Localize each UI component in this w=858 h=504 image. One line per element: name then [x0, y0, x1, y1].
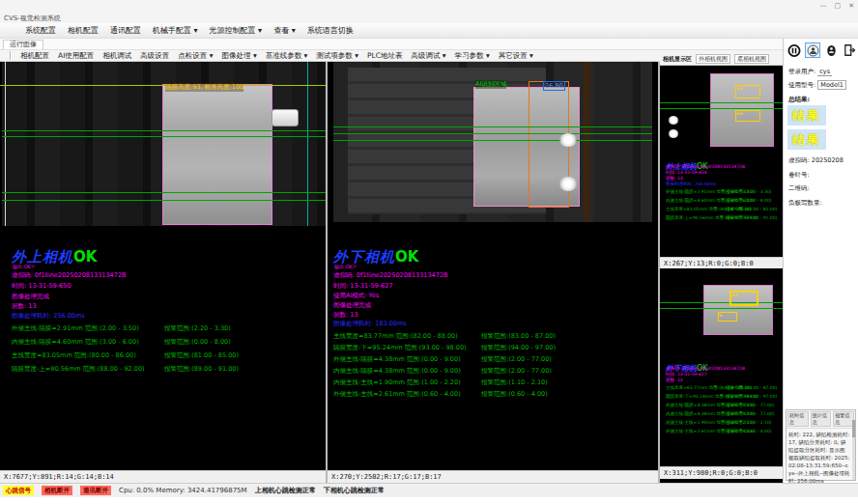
- mini1-defect-box: ≡≡: [735, 85, 760, 98]
- heartbeat-badge[interactable]: 心跳信号: [3, 486, 34, 495]
- close-icon[interactable]: ✕: [848, 2, 854, 10]
- measurement-row: 主线宽度=83.05mm 范围:(80.00 - 86.00)报警范围:(81.…: [12, 351, 321, 365]
- left-barcode: 虚拟码: 0f1liine2025020813313472B: [12, 271, 126, 280]
- toolbar-item[interactable]: 其它设置 ▾: [499, 51, 533, 61]
- side-buttons: [786, 42, 857, 58]
- title-bar: — ▢ ✕: [0, 0, 858, 23]
- toolbar-item[interactable]: 高级设置: [140, 51, 169, 61]
- menu-item[interactable]: 通讯配置: [110, 25, 141, 36]
- virtual-code-label: 虚拟码:: [788, 156, 810, 164]
- total-result-label: 总结果:: [788, 96, 810, 104]
- model-field: 使用型号: Model1: [788, 81, 846, 90]
- toolbar-item[interactable]: 学习参数 ▾: [455, 51, 490, 61]
- mini-header-label: 相机显示区: [663, 55, 692, 64]
- menu-item[interactable]: 查看 ▾: [273, 25, 296, 36]
- menu-item[interactable]: 机械手配置 ▾: [153, 25, 198, 36]
- exit-button[interactable]: [842, 42, 857, 58]
- mini1-process-time: 图像处理耗时: 256.00ms: [666, 182, 716, 186]
- toolbar-item[interactable]: 测试项参数 ▾: [316, 51, 358, 61]
- menu-item[interactable]: 系统配置: [25, 25, 56, 36]
- mini-view-1[interactable]: ≡≡ ≡≡ 外上相机OK 虚拟码: 0f1liine20250208133134…: [660, 66, 783, 257]
- info-tabs: 耗时信息统计信息报警信息: [786, 410, 855, 429]
- mid-ai-overlay-label: AI识别区域: [475, 80, 506, 89]
- mini2-barcode: 虚拟码: 0f1liine2025020813313472B: [666, 366, 745, 371]
- info-box[interactable]: 耗时信息统计信息报警信息 耗时: 222, 缺陷检测耗时: 17, 缺陷分类耗时…: [786, 409, 856, 481]
- mini1-barcode: 虚拟码: 0f1liine2025020813313472B: [666, 164, 745, 169]
- panel-separator: [326, 62, 328, 483]
- toolbar-item[interactable]: 基准线参数 ▾: [266, 51, 308, 61]
- measurement-row: 内侧主线-隔膜=4.60mm 范围:(3.00 - 6.00)报警范围:(0.0…: [12, 338, 321, 351]
- info-tab[interactable]: 报警信息: [833, 411, 854, 427]
- mini-tab-outer-camera[interactable]: 外相机视图: [696, 54, 730, 64]
- upper-camera-heartbeat-status: 上相机心跳检测正常: [255, 486, 316, 495]
- mini1-measurements: 外侧主线-隔膜=2.91mm 范围:(2.00 - 3.50)报警范围:(2.2…: [666, 189, 780, 224]
- toolbar-item[interactable]: 相机配置: [20, 51, 49, 61]
- model-label: 使用型号:: [788, 81, 815, 89]
- toolbar-item[interactable]: 图像处理 ▾: [222, 51, 257, 61]
- mid-barcode: 虚拟码: 0f1liine2025020813313472B: [333, 271, 447, 280]
- maximize-icon[interactable]: ▢: [835, 2, 842, 10]
- menu-item[interactable]: 相机配置: [68, 25, 99, 36]
- comm-disconnect-badge[interactable]: 通讯断开: [80, 486, 111, 495]
- operator-icon: [825, 44, 838, 57]
- measurement-row: 内侧主线-隔膜=4.60mm 范围:(3.00 - 6.00)报警范围:(0.0…: [666, 198, 780, 207]
- tab-strip: [0, 39, 858, 49]
- pause-icon: [787, 43, 801, 58]
- measurement-row: 外侧主线-隔膜=4.38mm 范围:(0.00 - 9.00)报警范围:(2.0…: [666, 403, 780, 411]
- mid-band: [584, 62, 590, 222]
- login-user-value: cys: [817, 68, 832, 76]
- pause-button[interactable]: [786, 42, 802, 58]
- menu-item[interactable]: 系统语言切换: [307, 25, 354, 36]
- left-measurements: 外侧主线-隔膜=2.91mm 范围:(2.00 - 3.50)报警范围:(2.2…: [12, 324, 321, 378]
- operator-button[interactable]: [823, 42, 839, 58]
- mini1-defect-box: ≡≡: [735, 110, 760, 122]
- measurement-row: 外侧主线-主线=2.61mm 范围:(0.60 - 4.00)报警范围:(0.6…: [333, 390, 652, 402]
- toolbar-item[interactable]: 点检设置 ▾: [178, 51, 213, 61]
- toolbar-item[interactable]: PLC地址表: [367, 51, 402, 61]
- toolbar-item[interactable]: AI使用配置: [58, 51, 94, 61]
- mini2-measurements: 主线宽度=83.77mm 范围:(82.00 - 88.00)报警范围:(83.…: [666, 385, 780, 437]
- mid-layers: 层数: 13: [333, 311, 358, 320]
- mini2-defect-box: ≡≡: [729, 291, 758, 306]
- toolbar-grip-icon[interactable]: [10, 51, 12, 60]
- mini1-pixel-status: X:267;Y:13;R:0;G:0;B:0: [660, 257, 783, 268]
- mini-view-2[interactable]: ≡≡ ≡ 外下相机OK 虚拟码: 0f1liine202502081331347…: [660, 273, 783, 462]
- measurement-row: 隔膜宽度-上=90.56mm 范围:(88.00 - 92.00)报警范围:(8…: [12, 365, 321, 378]
- mid-result-ok: OK: [395, 248, 418, 266]
- login-user-button[interactable]: [805, 42, 820, 58]
- qr-code-label: 二维码:: [788, 184, 810, 193]
- measurement-row: 主线宽度=83.05mm 范围:(80.00 - 86.00)报警范围:(81.…: [666, 207, 780, 215]
- mini-tab-bottom-camera[interactable]: 底相机视图: [734, 54, 769, 64]
- mid-process-done: 图像处理完成: [333, 301, 371, 310]
- toolbar-item[interactable]: 高级调试 ▾: [411, 51, 445, 61]
- measurement-row: 外侧主线-主线=2.61mm 范围:(0.60 - 4.00)报警范围:(0.6…: [666, 429, 780, 437]
- mini1-layers: 层数: 13: [666, 176, 683, 181]
- info-scrollbar[interactable]: [852, 420, 855, 480]
- left-baseline-overlay: [0, 85, 326, 86]
- mid-measurements: 主线宽度=83.77mm 范围:(82.00 - 88.00)报警范围:(83.…: [333, 332, 652, 402]
- left-process-time: 图像处理耗时: 256.00ms: [12, 312, 85, 321]
- camera-disconnect-badge[interactable]: 相机断开: [42, 486, 72, 495]
- write-count-label: 负极写数量:: [788, 199, 822, 208]
- login-user-label: 登录用户:: [788, 68, 815, 75]
- pin-number-label: 卷针号:: [788, 171, 810, 180]
- info-tab[interactable]: 耗时信息: [787, 411, 809, 427]
- menu-item[interactable]: 光源控制配置 ▾: [210, 25, 263, 36]
- measurement-row: 内侧主线-主线=1.90mm 范围:(1.00 - 2.20)报警范围:(1.1…: [666, 420, 780, 429]
- tab-run-image[interactable]: 运行图像: [3, 40, 43, 49]
- login-user-field: 登录用户: cys: [788, 68, 832, 76]
- measurement-row: 隔膜宽度-上=90.56mm 范围:(88.00 - 92.00)报警范围:(8…: [666, 215, 780, 224]
- virtual-code-field: 虚拟码: 20250208: [788, 156, 844, 165]
- mini2-defect-box: ≡: [718, 312, 737, 322]
- mid-ai-mode: 使用AI模式: Yes: [333, 292, 379, 300]
- left-result-ok: OK: [73, 248, 97, 266]
- toolbar-item[interactable]: 相机调试: [102, 51, 131, 61]
- menu-bar: 系统配置相机配置通讯配置机械手配置 ▾光源控制配置 ▾查看 ▾系统语言切换: [0, 23, 858, 39]
- info-tab[interactable]: 统计信息: [811, 411, 832, 427]
- minimize-icon[interactable]: —: [820, 2, 827, 10]
- mini2-time: 时间: 13-31-59-627: [666, 372, 707, 377]
- info-log[interactable]: 耗时: 222, 缺陷检测耗时: 17, 缺陷分类耗时: 0, 缺陷提取分区耗时…: [786, 429, 855, 487]
- model-select[interactable]: Model1: [817, 80, 846, 90]
- mini-views-header: 相机显示区 外相机视图 底相机视图: [660, 53, 783, 66]
- mid-process-time: 图像处理耗时: 183.00ms: [333, 320, 407, 328]
